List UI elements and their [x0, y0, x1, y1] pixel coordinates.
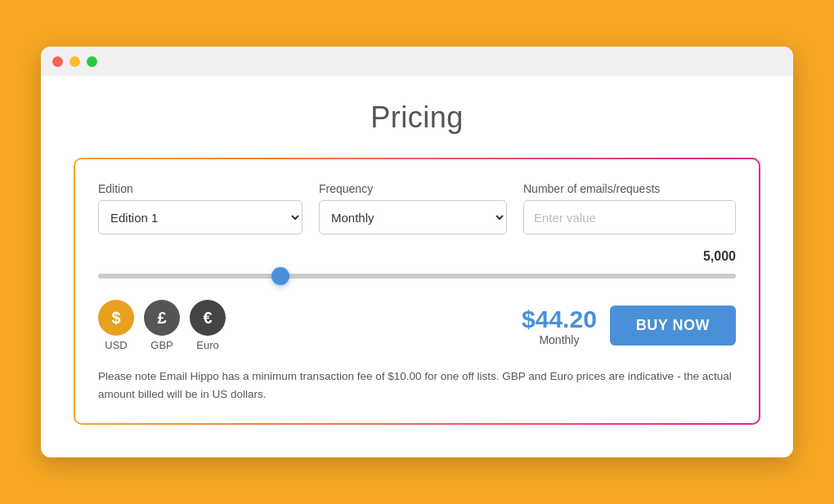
emails-field-group: Number of emails/requests [523, 182, 736, 234]
gbp-label: GBP [150, 339, 173, 351]
slider-row [98, 267, 736, 282]
quantity-slider[interactable] [98, 274, 736, 279]
edition-field-group: Edition Edition 1 Edition 2 Edition 3 [98, 182, 303, 234]
price-amount: $44.20 [522, 306, 597, 333]
window-content: Pricing Edition Edition 1 Edition 2 Edit… [41, 76, 793, 457]
price-frequency: Monthly [522, 333, 597, 346]
emails-input[interactable] [523, 200, 736, 234]
close-button[interactable] [52, 56, 63, 67]
page-title: Pricing [74, 100, 760, 135]
currency-usd[interactable]: $ USD [98, 300, 134, 351]
frequency-label: Frequency [319, 182, 507, 195]
currency-icons: $ USD £ GBP € Euro [98, 300, 226, 351]
currency-euro[interactable]: € Euro [190, 300, 226, 351]
frequency-select[interactable]: Monthly Annually [319, 200, 507, 234]
pricing-card: Edition Edition 1 Edition 2 Edition 3 Fr… [74, 158, 760, 424]
usd-label: USD [105, 339, 127, 351]
app-window: Pricing Edition Edition 1 Edition 2 Edit… [41, 47, 793, 457]
emails-label: Number of emails/requests [523, 182, 736, 195]
gbp-icon: £ [144, 300, 180, 336]
fields-row: Edition Edition 1 Edition 2 Edition 3 Fr… [98, 182, 736, 234]
buy-now-button[interactable]: BUY NOW [610, 306, 736, 346]
euro-label: Euro [196, 339, 218, 351]
price-buy-section: $44.20 Monthly BUY NOW [522, 306, 736, 346]
slider-value-row: 5,000 [98, 249, 736, 264]
currency-gbp[interactable]: £ GBP [144, 300, 180, 351]
frequency-field-group: Frequency Monthly Annually [319, 182, 507, 234]
titlebar [41, 47, 793, 76]
euro-icon: € [190, 300, 226, 336]
edition-label: Edition [98, 182, 303, 195]
price-block: $44.20 Monthly [522, 306, 597, 346]
minimize-button[interactable] [70, 56, 80, 67]
edition-select[interactable]: Edition 1 Edition 2 Edition 3 [98, 200, 303, 234]
usd-icon: $ [98, 300, 134, 336]
maximize-button[interactable] [87, 56, 97, 67]
slider-value: 5,000 [703, 249, 736, 264]
bottom-row: $ USD £ GBP € Euro $44.20 Monthl [98, 300, 736, 351]
notice-text: Please note Email Hippo has a minimum tr… [98, 368, 736, 403]
